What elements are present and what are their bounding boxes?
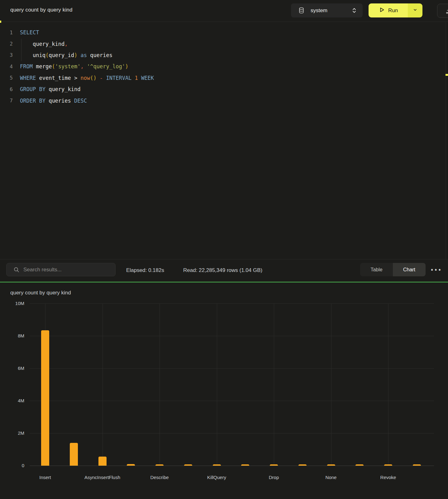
run-button[interactable]: Run bbox=[369, 3, 408, 17]
code-line: 1SELECT bbox=[0, 27, 430, 38]
sql-editor[interactable]: 1SELECT2 query_kind,3 uniq(query_id) as … bbox=[0, 22, 448, 259]
chevron-down-icon bbox=[413, 7, 417, 13]
unfold-icon bbox=[351, 7, 357, 15]
search-input[interactable] bbox=[23, 267, 111, 273]
database-icon bbox=[298, 7, 304, 14]
gridline bbox=[30, 433, 434, 434]
x-axis-tick: None bbox=[306, 475, 356, 480]
top-toolbar: query count by query kind system Run bbox=[0, 0, 448, 22]
bar-chart: 02M4M6M8M10MInsertAsyncInsertFlushDescri… bbox=[0, 283, 448, 499]
ai-assistant-button[interactable] bbox=[437, 4, 448, 18]
gridline bbox=[217, 303, 217, 466]
bar-None bbox=[327, 464, 335, 466]
line-number: 6 bbox=[0, 86, 13, 92]
bar-Drop bbox=[270, 464, 278, 466]
line-number: 5 bbox=[0, 75, 13, 81]
bar-unlabeled bbox=[184, 464, 192, 466]
bar-unlabeled bbox=[298, 464, 307, 466]
code-line: 7ORDER BY queries DESC bbox=[0, 95, 430, 106]
run-button-label: Run bbox=[388, 7, 398, 14]
gridline bbox=[274, 303, 274, 466]
line-number: 2 bbox=[0, 41, 13, 47]
bar-Revoke bbox=[384, 464, 392, 466]
results-toolbar: Elapsed: 0.182s Read: 22,285,349 rows (1… bbox=[0, 259, 448, 282]
run-options-button[interactable] bbox=[408, 3, 422, 17]
search-icon bbox=[14, 267, 19, 273]
bar-unlabeled bbox=[355, 464, 364, 466]
x-axis-tick: AsyncInsertFlush bbox=[78, 475, 127, 480]
code-text: GROUP BY query_kind bbox=[20, 86, 81, 92]
code-text: uniq(query_id) as queries bbox=[20, 52, 112, 58]
bar-KillQuery bbox=[213, 464, 221, 466]
database-selector[interactable]: system bbox=[291, 3, 363, 17]
y-axis-tick: 2M bbox=[0, 430, 24, 436]
y-axis-tick: 10M bbox=[0, 301, 24, 306]
bar-Describe bbox=[155, 464, 164, 466]
code-line: 2 query_kind, bbox=[0, 38, 430, 49]
bar-unlabeled bbox=[413, 464, 421, 466]
x-axis-tick: Drop bbox=[249, 475, 299, 480]
left-edge-marker bbox=[0, 21, 1, 23]
code-line: 4FROM merge('system', '^query_log') bbox=[0, 61, 430, 72]
x-axis-tick: Revoke bbox=[363, 475, 413, 480]
y-axis-tick: 8M bbox=[0, 333, 24, 338]
code-text: query_kind, bbox=[20, 41, 68, 47]
gridline bbox=[30, 303, 434, 304]
database-selector-value: system bbox=[311, 7, 327, 14]
search-box[interactable] bbox=[6, 263, 116, 276]
code-line: 5WHERE event_time > now() - INTERVAL 1 W… bbox=[0, 72, 430, 84]
x-axis-tick: KillQuery bbox=[192, 475, 242, 480]
gridline bbox=[388, 303, 388, 466]
code-line: 6GROUP BY query_kind bbox=[0, 84, 430, 95]
code-lines: 1SELECT2 query_kind,3 uniq(query_id) as … bbox=[0, 27, 430, 106]
code-text: SELECT bbox=[20, 29, 39, 36]
code-text: ORDER BY queries DESC bbox=[20, 98, 87, 104]
gridline bbox=[102, 303, 103, 466]
run-button-group: Run bbox=[369, 3, 422, 17]
scrollbar-marker bbox=[446, 74, 448, 76]
table-view-button[interactable]: Table bbox=[360, 263, 393, 276]
bar-Insert bbox=[41, 330, 49, 466]
gridline bbox=[30, 336, 434, 336]
sparkle-icon bbox=[444, 7, 448, 15]
bar-AsyncInsertFlush bbox=[98, 457, 107, 466]
line-number: 3 bbox=[0, 52, 13, 58]
line-number: 7 bbox=[0, 98, 13, 104]
line-number: 1 bbox=[0, 30, 13, 36]
x-axis-tick: Insert bbox=[20, 475, 70, 480]
indent-guide bbox=[21, 39, 21, 61]
more-options-button[interactable]: ••• bbox=[430, 266, 441, 275]
code-text: FROM merge('system', '^query_log') bbox=[20, 63, 128, 70]
x-axis-tick: Describe bbox=[135, 475, 184, 480]
chart-view-button[interactable]: Chart bbox=[393, 263, 426, 276]
x-axis-line bbox=[30, 466, 434, 466]
gridline bbox=[30, 368, 434, 369]
elapsed-stat: Elapsed: 0.182s bbox=[126, 267, 164, 274]
read-stat: Read: 22,285,349 rows (1.04 GB) bbox=[183, 267, 262, 274]
bar-unlabeled bbox=[127, 464, 135, 466]
y-axis-tick: 4M bbox=[0, 398, 24, 403]
bar-unlabeled bbox=[241, 464, 249, 466]
gridline bbox=[30, 401, 434, 401]
line-number: 4 bbox=[0, 64, 13, 70]
gridline bbox=[160, 303, 160, 466]
chart-panel: query count by query kind 02M4M6M8M10MIn… bbox=[0, 283, 448, 499]
y-axis-tick: 6M bbox=[0, 366, 24, 371]
gridline bbox=[331, 303, 331, 466]
code-line: 3 uniq(query_id) as queries bbox=[0, 50, 430, 61]
play-icon bbox=[379, 7, 385, 14]
bar-unlabeled bbox=[70, 443, 78, 466]
view-toggle: Table Chart bbox=[360, 263, 426, 276]
y-axis-tick: 0 bbox=[0, 463, 24, 468]
query-title: query count by query kind bbox=[10, 7, 73, 13]
code-text: WHERE event_time > now() - INTERVAL 1 WE… bbox=[20, 75, 154, 81]
editor-scrollbar[interactable] bbox=[446, 22, 448, 259]
